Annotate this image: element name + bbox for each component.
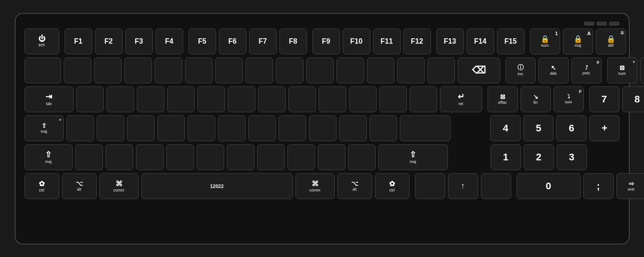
- s-key[interactable]: [97, 115, 124, 141]
- scroll-lock-key[interactable]: 🔒 ① déf: [596, 29, 626, 54]
- g-key[interactable]: [188, 115, 215, 141]
- ins-key[interactable]: ⓘ ins: [505, 57, 536, 83]
- b-key[interactable]: [197, 144, 224, 170]
- u-key[interactable]: [258, 86, 286, 112]
- f4-key[interactable]: F4: [156, 29, 183, 54]
- p-key[interactable]: [349, 86, 377, 112]
- np-2-key[interactable]: 2: [524, 144, 554, 170]
- np-7-key[interactable]: 7: [589, 86, 619, 112]
- key-1[interactable]: [64, 57, 91, 83]
- x-key[interactable]: [106, 144, 133, 170]
- f8-key[interactable]: F8: [279, 29, 307, 54]
- d-key[interactable]: [127, 115, 155, 141]
- f9-key[interactable]: F9: [312, 29, 340, 54]
- lbracket-key[interactable]: [379, 86, 407, 112]
- z-key[interactable]: [75, 144, 103, 170]
- key-5[interactable]: [185, 57, 213, 83]
- l-key[interactable]: [309, 115, 336, 141]
- home-key[interactable]: ↖ déb: [538, 57, 569, 83]
- q-key[interactable]: [76, 86, 104, 112]
- f2-key[interactable]: F2: [95, 29, 123, 54]
- rbracket-key[interactable]: [410, 86, 437, 112]
- h-key[interactable]: [218, 115, 246, 141]
- np-3-key[interactable]: 3: [557, 144, 587, 170]
- w-key[interactable]: [107, 86, 134, 112]
- key-2[interactable]: [94, 57, 122, 83]
- c-key[interactable]: [136, 144, 164, 170]
- comma-key[interactable]: [287, 144, 315, 170]
- f3-key[interactable]: F3: [125, 29, 153, 54]
- key-8[interactable]: [276, 57, 304, 83]
- a-key[interactable]: [66, 115, 94, 141]
- lalt-key[interactable]: ⌥ alt: [62, 173, 97, 199]
- semi-key[interactable]: [339, 115, 367, 141]
- np-0-key[interactable]: 0: [517, 173, 581, 199]
- up-key[interactable]: ↑: [448, 173, 478, 199]
- f12-key[interactable]: F12: [403, 29, 431, 54]
- key-4[interactable]: [155, 57, 182, 83]
- key-9[interactable]: [306, 57, 334, 83]
- v-key[interactable]: [166, 144, 194, 170]
- e-key[interactable]: [137, 86, 164, 112]
- fn2-key[interactable]: [481, 173, 511, 199]
- period-key[interactable]: [318, 144, 345, 170]
- lcmd-key[interactable]: ⌘ comm: [99, 173, 139, 199]
- f6-key[interactable]: F6: [219, 29, 246, 54]
- f11-key[interactable]: F11: [373, 29, 401, 54]
- esc-key[interactable]: ⏻ éch: [25, 29, 59, 54]
- j-key[interactable]: [248, 115, 276, 141]
- f10-key[interactable]: F10: [343, 29, 370, 54]
- f-key[interactable]: [157, 115, 185, 141]
- tab-key[interactable]: ⇥ tab: [25, 86, 74, 112]
- f15-key[interactable]: F15: [497, 29, 525, 54]
- np-dot-key[interactable]: ;: [583, 173, 614, 199]
- np-equals-key[interactable]: =: [640, 57, 644, 83]
- np-1-key[interactable]: 1: [491, 144, 521, 170]
- k-key[interactable]: [279, 115, 306, 141]
- i-key[interactable]: [288, 86, 316, 112]
- f1-key[interactable]: F1: [65, 29, 92, 54]
- backspace-key[interactable]: ⌫: [458, 57, 500, 83]
- rcmd-key[interactable]: ⌘ comm: [295, 173, 335, 199]
- key-0[interactable]: [336, 57, 364, 83]
- del-key[interactable]: ⊠ effac: [488, 86, 518, 112]
- t-key[interactable]: [197, 86, 225, 112]
- caps-lock-key[interactable]: 🔒 A maj: [563, 29, 593, 54]
- np-enter-key[interactable]: ⇨ entr: [616, 173, 644, 199]
- f14-key[interactable]: F14: [467, 29, 494, 54]
- m-key[interactable]: [257, 144, 285, 170]
- y-key[interactable]: [228, 86, 255, 112]
- slash2-key[interactable]: [348, 144, 376, 170]
- key-7[interactable]: [246, 57, 273, 83]
- f7-key[interactable]: F7: [249, 29, 277, 54]
- end-key[interactable]: ↘ fin: [521, 86, 551, 112]
- quote-key[interactable]: [369, 115, 397, 141]
- enter-key[interactable]: [400, 115, 451, 141]
- lctrl-key[interactable]: ✿ ctrl: [25, 173, 59, 199]
- fn1-key[interactable]: [415, 173, 445, 199]
- np-plus-key[interactable]: +: [589, 115, 619, 141]
- o-key[interactable]: [319, 86, 346, 112]
- np-8-key[interactable]: 8: [622, 86, 644, 112]
- grave-key[interactable]: [25, 57, 61, 83]
- np-6-key[interactable]: 6: [556, 115, 587, 141]
- minus-key[interactable]: [367, 57, 394, 83]
- ralt-key[interactable]: ⌥ alt: [337, 173, 372, 199]
- numlock-off-key[interactable]: ⊠ v num: [607, 57, 637, 83]
- rshift-key[interactable]: ⇧ maj: [378, 144, 448, 170]
- r-key[interactable]: [167, 86, 195, 112]
- caps-key[interactable]: ⇧ v maj: [25, 115, 64, 141]
- f13-key[interactable]: F13: [436, 29, 464, 54]
- pgdn-key[interactable]: ⤵ p suiv: [554, 86, 584, 112]
- key-3[interactable]: [124, 57, 152, 83]
- rctrl-key[interactable]: ✿ ctrl: [375, 173, 410, 199]
- lshift-key[interactable]: ⇧ maj: [25, 144, 73, 170]
- return-key[interactable]: ↵ ret: [440, 86, 482, 112]
- num-lock-key[interactable]: 🔒 1 num: [530, 29, 560, 54]
- n-key[interactable]: [227, 144, 254, 170]
- np-5-key[interactable]: 5: [523, 115, 554, 141]
- f5-key[interactable]: F5: [189, 29, 216, 54]
- space-key[interactable]: 12022: [141, 173, 293, 199]
- key-6[interactable]: [215, 57, 243, 83]
- np-4-key[interactable]: 4: [490, 115, 521, 141]
